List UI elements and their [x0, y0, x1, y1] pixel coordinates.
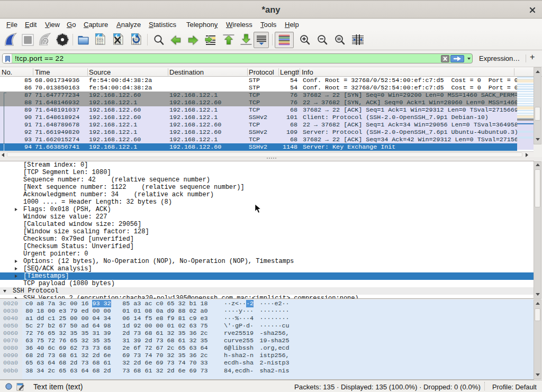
svg-text:0111: 0111 — [97, 42, 103, 45]
